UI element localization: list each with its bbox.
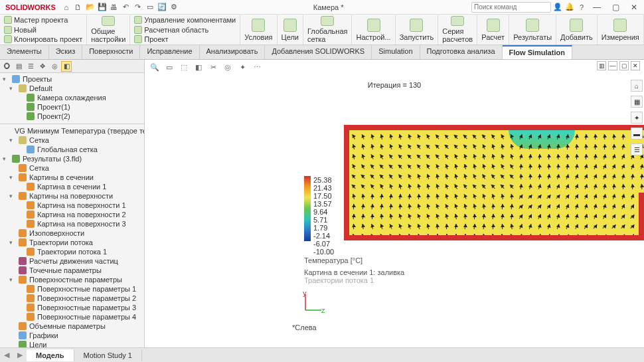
- tree-surf-3: Картина на поверхности 3: [37, 220, 126, 228]
- tab-sketch[interactable]: Эскиз: [49, 45, 82, 59]
- global-mesh-button[interactable]: Глобальная сетка: [303, 15, 352, 45]
- zoom-fit-icon[interactable]: 🔍: [149, 61, 161, 73]
- setup-button[interactable]: Настрой...: [352, 15, 395, 45]
- tab-elements[interactable]: Элементы: [0, 45, 49, 59]
- render-icon[interactable]: ✦: [236, 61, 248, 73]
- add-button[interactable]: Добавить: [556, 15, 598, 45]
- tree-graphs: Графики: [29, 331, 58, 339]
- legend-val: -10.00: [313, 248, 334, 256]
- viewport[interactable]: ▥ — ▢ ✕ 🔍 ▭ ⬚ ◧ ✂ ◎ ✦ ⋯ Итерация = 130 2…: [145, 60, 644, 347]
- command-search-input[interactable]: [471, 2, 551, 13]
- legend-val: 13.57: [313, 200, 334, 208]
- legend-val: 5.71: [313, 216, 334, 224]
- orient-icon[interactable]: ⬚: [178, 61, 190, 73]
- solver-button[interactable]: Расчет: [477, 15, 509, 45]
- tree-cut-plots: Картины в сечении: [29, 173, 94, 181]
- undo-icon[interactable]: ↶: [121, 2, 131, 13]
- tree-project2: Проект(2): [37, 112, 70, 120]
- display-icon[interactable]: ☰: [25, 61, 36, 72]
- tab-flow-simulation[interactable]: Flow Simulation: [503, 45, 572, 59]
- project-tree[interactable]: ▾Проекты ▾Default Камера охлаждения Прое…: [0, 73, 144, 347]
- maximize-window-icon[interactable]: ▢: [607, 2, 624, 13]
- conditions-button[interactable]: Условия: [240, 15, 277, 45]
- bell-icon[interactable]: 🔔: [564, 2, 575, 13]
- tree-isosurfaces: Изоповерхности: [29, 229, 84, 237]
- zoom-area-icon[interactable]: ▭: [163, 61, 175, 73]
- rt-home-icon[interactable]: ⌂: [631, 80, 643, 92]
- results-button[interactable]: Результаты: [509, 15, 556, 45]
- general-settings-button[interactable]: Общие настройки: [87, 15, 130, 45]
- tab-nav-left-icon[interactable]: ◀: [0, 351, 13, 359]
- command-tabs: Элементы Эскиз Поверхности Исправление А…: [0, 45, 644, 60]
- titlebar: SOLIDWORKS ⌂ 🗋 📂 💾 🖶 ↶ ↷ ▭ 🔄 ⚙ Камера * …: [0, 0, 644, 15]
- appearance-view-icon[interactable]: ◎: [222, 61, 234, 73]
- legend-val: 21.43: [313, 184, 334, 192]
- select-icon[interactable]: ▭: [145, 2, 155, 13]
- rt-axis-icon[interactable]: ✦: [631, 112, 643, 124]
- tab-analyze[interactable]: Анализировать: [200, 45, 266, 59]
- tree-mesh2: Сетка: [29, 164, 49, 172]
- flow-tree-icon[interactable]: ◧: [61, 61, 72, 72]
- bottom-tab-motion[interactable]: Motion Study 1: [74, 349, 142, 361]
- more-views-icon[interactable]: ⋯: [251, 61, 263, 73]
- tree-cut-plot-1: Картина в сечении 1: [37, 183, 106, 191]
- home-icon[interactable]: ⌂: [61, 2, 72, 13]
- tab-repair[interactable]: Исправление: [140, 45, 199, 59]
- tree-global-mesh: Глобальная сетка: [37, 145, 98, 153]
- help-icon[interactable]: ?: [576, 2, 587, 13]
- component-control-button[interactable]: Управление компонентами: [134, 16, 236, 24]
- temperature-legend: 25.38 21.43 17.50 13.57 9.64 5.71 1.79 -…: [304, 176, 334, 241]
- tree-vg-goal: VG Минимум Температура (твердое тело) 2: [15, 127, 144, 135]
- section-icon[interactable]: ✂: [207, 61, 219, 73]
- tree-volume-params: Объемные параметры: [29, 322, 106, 330]
- config-icon[interactable]: ▤: [13, 61, 24, 72]
- tree-surface-params: Поверхностные параметры: [29, 276, 122, 284]
- options-icon[interactable]: ⚙: [169, 2, 179, 13]
- rt-plane-icon[interactable]: ▬: [631, 128, 643, 139]
- run-button[interactable]: Запустить: [396, 15, 439, 45]
- clone-project-button[interactable]: Клонировать проект: [4, 35, 82, 43]
- bottom-tabs: ◀ ▶ Модель Motion Study 1: [0, 347, 644, 362]
- tab-analysis-prep[interactable]: Подготовка анализа: [420, 45, 503, 59]
- rt-cube-icon[interactable]: ▦: [631, 96, 643, 108]
- feature-tree-icon[interactable]: 🞇: [1, 61, 12, 72]
- computational-domain-button[interactable]: Расчетная область: [134, 26, 236, 34]
- batch-run-button[interactable]: Серия расчетов: [438, 15, 477, 45]
- save-icon[interactable]: 💾: [97, 2, 108, 13]
- bottom-tab-model[interactable]: Модель: [27, 349, 74, 361]
- tree-traj-1: Траектории потока 1: [37, 248, 107, 256]
- viewport-window-controls: ▥ — ▢ ✕: [597, 61, 640, 70]
- tab-simulation[interactable]: Simulation: [372, 45, 420, 59]
- legend-val: 17.50: [313, 192, 334, 200]
- probe-button[interactable]: Измерения: [598, 15, 644, 45]
- project-button[interactable]: Проект: [134, 35, 236, 43]
- new-project-button[interactable]: Новый: [4, 26, 82, 34]
- user-icon[interactable]: 👤: [552, 2, 563, 13]
- tree-mesh: Сетка: [29, 136, 49, 144]
- viewport-close-icon[interactable]: ✕: [631, 61, 640, 70]
- viewport-split-icon[interactable]: ▥: [597, 61, 606, 70]
- open-icon[interactable]: 📂: [85, 2, 96, 13]
- redo-icon[interactable]: ↷: [133, 2, 143, 13]
- viewport-max-icon[interactable]: ▢: [619, 61, 629, 70]
- new-file-icon[interactable]: 🗋: [73, 2, 84, 13]
- tab-nav-right-icon[interactable]: ▶: [13, 351, 27, 359]
- goals-button[interactable]: Цели: [278, 15, 303, 45]
- legend-val: 1.79: [313, 224, 334, 232]
- close-window-icon[interactable]: ✕: [625, 2, 643, 13]
- appearance-icon[interactable]: ◎: [49, 61, 60, 72]
- tab-addins[interactable]: Добавления SOLIDWORKS: [265, 45, 372, 59]
- move-icon[interactable]: ✥: [37, 61, 48, 72]
- display-style-icon[interactable]: ◧: [193, 61, 204, 73]
- legend-colorbar: [304, 176, 311, 241]
- minimize-window-icon[interactable]: —: [588, 2, 605, 13]
- rebuild-icon[interactable]: 🔄: [157, 2, 167, 13]
- tree-point-params: Точечные параметры: [29, 266, 102, 274]
- tree-results: Результаты (3.fld): [23, 155, 82, 163]
- viewport-min-icon[interactable]: —: [608, 61, 617, 70]
- print-icon[interactable]: 🖶: [109, 2, 120, 13]
- rt-layer-icon[interactable]: ☰: [631, 143, 643, 155]
- sidebar: 🞇 ▤ ☰ ✥ ◎ ◧ ▾Проекты ▾Default Камера охл…: [0, 60, 145, 347]
- project-wizard-button[interactable]: Мастер проекта: [4, 16, 82, 24]
- tab-surfaces[interactable]: Поверхности: [82, 45, 140, 59]
